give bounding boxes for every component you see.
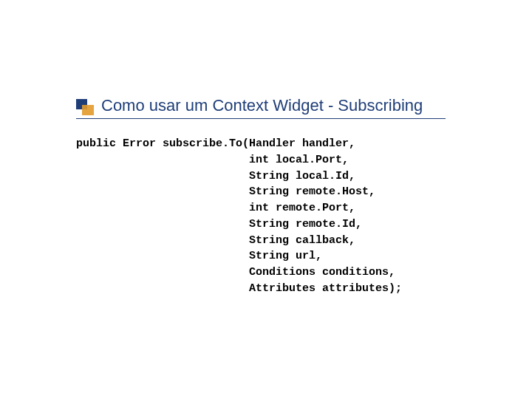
title-underline <box>76 118 446 119</box>
code-line: public Error subscribe.To(Handler handle… <box>76 137 355 150</box>
code-line: String remote.Host, <box>76 185 375 198</box>
code-line: String remote.Id, <box>76 218 362 231</box>
slide: Como usar um Context Widget - Subscribin… <box>0 0 532 399</box>
slide-title: Como usar um Context Widget - Subscribin… <box>101 96 423 115</box>
code-line: int local.Port, <box>76 154 349 166</box>
code-line: Conditions conditions, <box>76 266 395 279</box>
title-row: Como usar um Context Widget - Subscribin… <box>76 96 423 115</box>
code-line: String callback, <box>76 234 355 247</box>
code-line: int remote.Port, <box>76 202 355 214</box>
code-line: Attributes attributes); <box>76 282 402 295</box>
code-block: public Error subscribe.To(Handler handle… <box>76 136 402 297</box>
code-line: String local.Id, <box>76 170 355 183</box>
bullet-icon <box>76 99 94 115</box>
code-line: String url, <box>76 250 322 262</box>
